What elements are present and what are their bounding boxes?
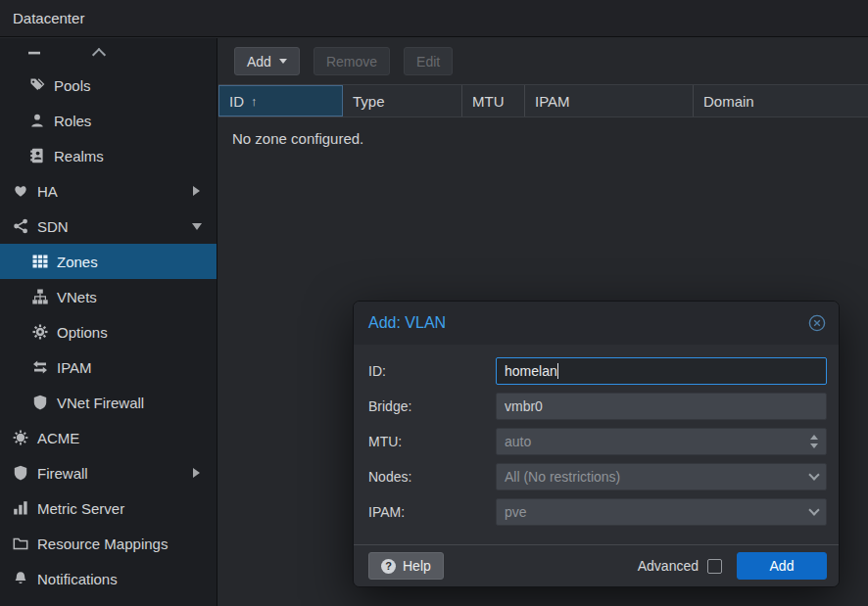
bridge-field-label: Bridge: [368,398,496,414]
add-button-label: Add [247,54,271,70]
column-label: Domain [703,93,754,110]
sidebar-item-vnets[interactable]: VNets [0,279,217,314]
id-input[interactable] [496,357,827,385]
sidebar-item-label: Roles [54,113,91,129]
zones-table-header: ID ↑ Type MTU IPAM Domain [218,84,868,117]
folder-icon [12,536,28,552]
question-icon: ? [381,559,396,574]
sidebar-item-label: Firewall [37,465,88,482]
sidebar-item-vnet-firewall[interactable]: VNet Firewall [0,385,217,420]
mtu-value: auto [505,434,531,449]
column-label: ID [229,93,244,110]
chevron-up-icon[interactable] [92,48,106,62]
sidebar-item-acme[interactable]: ACME [0,420,217,455]
sidebar-item-notifications[interactable]: Notifications [0,561,217,596]
sidebar-item-partial[interactable] [0,38,217,68]
sidebar-item-metric-server[interactable]: Metric Server [0,490,217,526]
network-icon [12,218,28,235]
help-button[interactable]: ? Help [368,552,444,580]
sitemap-icon [31,289,48,305]
sidebar-item-label: Notifications [37,571,118,587]
sidebar-item-realms[interactable]: Realms [0,138,217,173]
page-title: Datacenter [13,10,84,26]
sort-asc-icon: ↑ [251,94,258,109]
close-icon[interactable] [808,314,826,332]
add-vlan-dialog: Add: VLAN ID: Bridge: MTU: auto [353,301,840,587]
sidebar-item-sdn[interactable]: SDN [0,209,217,244]
add-button[interactable]: Add [234,47,300,75]
dash-icon [25,45,42,62]
sidebar-item-ha[interactable]: HA [0,173,217,209]
sidebar-item-label: Zones [57,254,98,270]
dialog-body: ID: Bridge: MTU: auto Nodes: All (No res… [354,345,839,526]
sidebar-item-label: ACME [37,430,79,446]
ipam-select[interactable]: pve [496,498,827,526]
sidebar-item-pools[interactable]: Pools [0,68,217,103]
sidebar-item-firewall[interactable]: Firewall [0,455,217,490]
edit-button[interactable]: Edit [404,47,453,75]
remove-button[interactable]: Remove [313,47,390,75]
sidebar-item-label: SDN [37,218,69,235]
sidebar-item-zones[interactable]: Zones [0,244,217,279]
id-field-label: ID: [368,363,496,379]
shield-icon [12,465,28,482]
heartbeat-icon [12,183,28,200]
certificate-icon [12,430,28,446]
mtu-field-label: MTU: [368,434,496,449]
advanced-checkbox[interactable] [707,559,722,574]
bar-chart-icon [12,500,28,517]
form-row-nodes: Nodes: All (No restrictions) [368,463,827,490]
grid-icon [31,254,48,270]
form-row-mtu: MTU: auto [368,428,827,455]
sidebar-item-roles[interactable]: Roles [0,103,217,138]
gear-icon [31,324,48,341]
column-header-ipam[interactable]: IPAM [525,85,694,117]
mtu-spinner[interactable]: auto [496,428,827,455]
nodes-field-label: Nodes: [368,469,496,485]
edit-button-label: Edit [416,54,440,70]
zones-toolbar: Add Remove Edit [218,38,868,75]
form-row-ipam: IPAM: pve [368,498,827,526]
chevron-down-icon [279,59,287,64]
sidebar-item-label: IPAM [57,359,92,376]
ipam-value: pve [505,504,527,520]
submit-add-button[interactable]: Add [737,552,827,580]
dialog-header: Add: VLAN [354,302,839,345]
sidebar-item-options[interactable]: Options [0,314,217,350]
sidebar-item-ipam[interactable]: IPAM [0,350,217,385]
column-header-domain[interactable]: Domain [694,85,868,117]
sidebar-item-label: Realms [54,148,104,164]
empty-table-message: No zone configured. [232,130,868,147]
chevron-down-icon [808,469,819,480]
tags-icon [28,77,45,94]
help-button-label: Help [403,558,431,574]
column-label: Type [353,93,385,110]
user-icon [28,113,45,129]
exchange-icon [31,359,48,376]
chevron-down-icon [808,504,819,515]
column-header-mtu[interactable]: MTU [462,85,525,117]
column-label: MTU [472,93,505,110]
address-book-icon [28,148,45,164]
remove-button-label: Remove [326,54,377,70]
column-header-id[interactable]: ID ↑ [218,85,343,117]
chevron-right-icon[interactable] [193,468,200,478]
column-header-type[interactable]: Type [343,85,462,117]
spinner-arrows-icon [810,435,818,448]
dialog-title: Add: VLAN [368,314,446,332]
advanced-label: Advanced [638,558,699,574]
ipam-field-label: IPAM: [368,504,496,520]
sidebar-item-label: Resource Mappings [37,536,168,552]
shield-icon [31,395,48,411]
sidebar-item-label: Options [57,324,108,341]
form-row-bridge: Bridge: [368,393,827,420]
text-cursor [557,363,558,379]
bridge-input[interactable] [496,393,827,420]
nodes-value: All (No restrictions) [505,469,620,485]
chevron-down-icon[interactable] [192,223,202,230]
chevron-right-icon[interactable] [193,186,200,196]
sidebar: Pools Roles Realms HA SDN Zones [0,38,217,606]
dialog-footer: ? Help Advanced Add [354,544,839,586]
nodes-select[interactable]: All (No restrictions) [496,463,827,490]
sidebar-item-resource-mappings[interactable]: Resource Mappings [0,526,217,561]
